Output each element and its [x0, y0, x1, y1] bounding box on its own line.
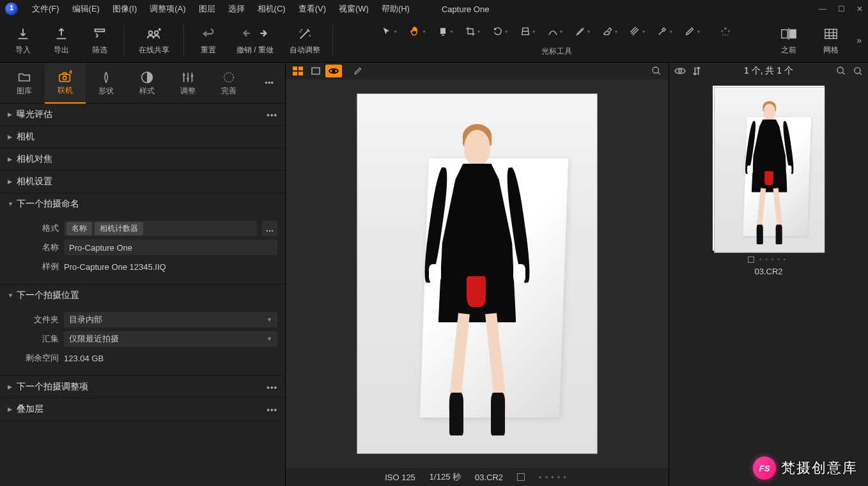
tool-panel: 图库 联机 形状 样式 调整 完善 ••• [0, 63, 286, 486]
zoom-icon[interactable] [648, 65, 665, 77]
cursor-brush-tool[interactable]: ▼ [571, 24, 595, 39]
tab-overflow-icon[interactable]: ••• [257, 78, 281, 88]
import-button[interactable]: 导入 [6, 21, 40, 59]
sliders-icon [181, 69, 195, 86]
chevron-down-icon: ▼ [8, 201, 17, 207]
title-bar: 文件(F) 编辑(E) 图像(I) 调整项(A) 图层 选择 相机(C) 查看(… [0, 0, 868, 18]
cursor-keystone-tool[interactable]: ▼ [516, 24, 540, 39]
naming-format-field[interactable]: 名称 相机计数器 [64, 221, 257, 236]
section-menu-icon[interactable]: ••• [267, 405, 277, 414]
undo-redo-icon [241, 24, 269, 43]
tab-adjust[interactable]: 调整 [167, 63, 208, 104]
cursor-select-tool[interactable]: ▼ [378, 24, 401, 39]
export-icon [54, 24, 68, 43]
info-iso: ISO 125 [385, 473, 415, 482]
auto-adjust-button[interactable]: 自动调整 [285, 21, 325, 59]
sort-icon[interactable] [692, 66, 701, 76]
visibility-icon[interactable] [674, 67, 686, 75]
tab-shape[interactable]: 形状 [86, 63, 127, 104]
window-maximize-icon[interactable]: ☐ [838, 4, 845, 13]
svg-point-2 [155, 31, 159, 35]
cursor-annotate-tool[interactable]: ▼ [681, 24, 704, 39]
free-space-label: 剩余空间 [8, 352, 59, 364]
view-proof-icon[interactable] [325, 65, 342, 77]
chevron-right-icon: ▶ [8, 111, 17, 118]
export-button[interactable]: 导出 [45, 21, 78, 59]
svg-rect-12 [293, 72, 297, 75]
svg-rect-14 [312, 68, 320, 74]
menu-camera[interactable]: 相机(C) [251, 1, 292, 17]
section-menu-icon[interactable]: ••• [267, 110, 277, 120]
section-overlay[interactable]: ▶ 叠加层 ••• [0, 398, 285, 420]
menu-edit[interactable]: 编辑(E) [66, 1, 106, 17]
menu-view[interactable]: 查看(V) [292, 1, 332, 17]
view-multi-icon[interactable] [290, 65, 306, 77]
watermark-text: 梵摄创意库 [781, 459, 858, 478]
tab-library[interactable]: 图库 [4, 63, 45, 104]
collection-label: 汇集 [8, 333, 59, 345]
import-icon [16, 24, 30, 43]
collection-select[interactable]: 仅限最近拍摄 ▼ [64, 331, 277, 347]
section-next-capture-location[interactable]: ▼ 下一个拍摄位置 [0, 285, 285, 306]
svg-rect-6 [59, 74, 70, 81]
menu-help[interactable]: 帮助(H) [375, 1, 416, 17]
thumb-rating[interactable]: ••••• [759, 256, 790, 263]
svg-rect-11 [298, 67, 303, 70]
section-next-capture-adjust[interactable]: ▶ 下一个拍摄调整项 ••• [0, 376, 285, 398]
format-label: 格式 [8, 223, 59, 234]
cursor-spot-tool[interactable]: ▼ [544, 24, 568, 39]
view-annotation-icon[interactable] [350, 65, 366, 77]
window-minimize-icon[interactable]: — [819, 4, 826, 13]
thumb-color-tag-icon[interactable] [748, 256, 754, 263]
chevron-down-icon: ▼ [267, 317, 272, 323]
format-options-button[interactable]: … [262, 221, 277, 236]
rating-dots[interactable]: ••••• [539, 473, 570, 482]
cursor-overlay-tool[interactable] [716, 23, 735, 40]
menu-image[interactable]: 图像(I) [106, 1, 143, 17]
viewer-canvas[interactable] [286, 79, 669, 468]
before-after-icon [780, 24, 797, 43]
filter-button[interactable]: 筛选 [83, 21, 116, 59]
tab-style[interactable]: 样式 [127, 63, 167, 104]
view-single-icon[interactable] [307, 65, 324, 77]
section-camera-focus[interactable]: ▶ 相机对焦 [0, 148, 285, 170]
section-camera[interactable]: ▶ 相机 [0, 126, 285, 148]
undo-redo-button[interactable]: 撤销 / 重做 [230, 21, 280, 59]
color-tag-icon[interactable] [517, 473, 525, 481]
folder-select[interactable]: 目录内部 ▼ [64, 312, 277, 327]
section-camera-settings[interactable]: ▶ 相机设置 [0, 171, 285, 192]
chevron-right-icon: ▶ [8, 178, 17, 185]
tab-refine[interactable]: 完善 [208, 63, 249, 104]
refine-icon [222, 69, 236, 86]
live-share-button[interactable]: 在线共享 [132, 21, 176, 59]
toolbar-overflow-icon[interactable]: » [856, 35, 862, 45]
tab-tether[interactable]: 联机 [45, 63, 86, 104]
reset-button[interactable]: 重置 [192, 21, 225, 59]
menu-window[interactable]: 视窗(W) [332, 1, 375, 17]
cursor-loupe-tool[interactable]: ▼ [434, 24, 458, 39]
cursor-eraser-tool[interactable]: ▼ [598, 24, 622, 39]
thumbnail[interactable] [713, 86, 825, 251]
menu-adjust[interactable]: 调整项(A) [143, 1, 192, 17]
cursor-pan-tool[interactable]: ▼ [405, 23, 430, 40]
menu-file[interactable]: 文件(F) [26, 1, 66, 17]
name-input[interactable] [64, 240, 277, 255]
svg-rect-10 [293, 67, 297, 70]
section-menu-icon[interactable]: ••• [267, 382, 277, 392]
cursor-gradient-tool[interactable]: ▼ [626, 24, 649, 39]
viewer: ISO 125 1/125 秒 03.CR2 ••••• [286, 63, 669, 486]
menu-select[interactable]: 选择 [222, 1, 251, 17]
before-after-button[interactable]: 之前 [772, 21, 805, 59]
browser-zoom-icon[interactable] [836, 66, 846, 76]
grid-button[interactable]: 网格 [814, 21, 848, 59]
browser-search-icon[interactable] [853, 66, 863, 76]
window-close-icon[interactable]: ✕ [856, 4, 863, 13]
cursor-rotate-tool[interactable]: ▼ [489, 24, 513, 39]
wand-icon [298, 24, 312, 43]
section-exposure-eval[interactable]: ▶ 曝光评估 ••• [0, 104, 285, 125]
cursor-eyedropper-tool[interactable]: ▼ [653, 24, 677, 39]
cursor-crop-tool[interactable]: ▼ [461, 24, 485, 39]
section-next-capture-naming[interactable]: ▼ 下一个拍摄命名 [0, 193, 285, 215]
menu-layer[interactable]: 图层 [192, 1, 222, 17]
token-counter: 相机计数器 [95, 222, 143, 235]
